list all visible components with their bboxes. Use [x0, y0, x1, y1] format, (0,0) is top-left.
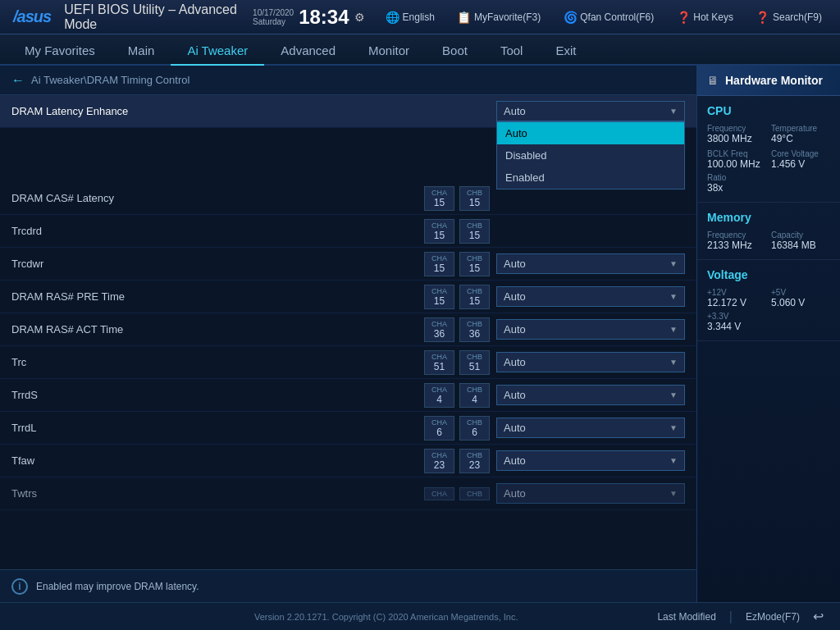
dram-ras-act-chb: CHB 36 [459, 317, 490, 342]
qfan-btn[interactable]: 🌀 Qfan Control(F6) [559, 9, 659, 25]
memory-section: Memory Frequency 2133 MHz Capacity 16384… [697, 203, 840, 260]
trrds-label: TrrdS [11, 389, 424, 401]
v5-label: +5V [771, 288, 830, 297]
trcdrd-channels: CHA 15 CHB 15 [424, 219, 490, 244]
trc-dropdown[interactable]: Auto ▼ [496, 352, 685, 372]
dram-cas-chb: CHB 15 [459, 186, 490, 211]
trrdl-label: TrrdL [11, 422, 424, 434]
footer-copyright: Version 2.20.1271. Copyright (C) 2020 Am… [115, 612, 657, 622]
search-btn[interactable]: ❓ Search(F9) [751, 9, 827, 25]
breadcrumb-text: Ai Tweaker\DRAM Timing Control [31, 74, 189, 86]
tab-my-favorites[interactable]: My Favorites [8, 37, 112, 66]
tfaw-label: Tfaw [11, 454, 424, 467]
dropdown-option-auto[interactable]: Auto [497, 122, 684, 144]
dram-ras-pre-cha: CHA 15 [424, 285, 454, 309]
info-icon: i [11, 578, 28, 595]
twtrs-label: Twtrs [11, 487, 424, 500]
memory-capacity-value: 16384 MB [771, 240, 830, 251]
trcdwr-cha: CHA 15 [424, 252, 454, 276]
hw-monitor-header: 🖥 Hardware Monitor [697, 66, 840, 96]
trcdwr-channels: CHA 15 CHB 15 [424, 252, 490, 276]
globe-icon: 🌐 [386, 11, 399, 24]
dropdown-option-disabled[interactable]: Disabled [497, 144, 684, 167]
cpu-temperature-value: 49°C [771, 133, 830, 144]
core-voltage-item: Core Voltage 1.456 V [771, 149, 830, 170]
tab-ai-tweaker[interactable]: Ai Tweaker [171, 37, 264, 66]
hardware-monitor-panel: 🖥 Hardware Monitor CPU Frequency 3800 MH… [696, 66, 840, 602]
trrds-row[interactable]: TrrdS CHA 4 CHB 4 Auto ▼ [0, 379, 696, 412]
voltage-grid: +12V 12.172 V +5V 5.060 V [707, 288, 830, 308]
memory-frequency-label: Frequency [707, 231, 766, 240]
memory-capacity-label: Capacity [771, 231, 830, 240]
bclk-freq-value: 100.00 MHz [707, 158, 766, 170]
memory-frequency-item: Frequency 2133 MHz [707, 231, 766, 251]
v12-label: +12V [707, 288, 766, 297]
dram-ras-act-arrow: ▼ [669, 325, 678, 334]
memory-section-title: Memory [707, 211, 830, 224]
dram-ras-pre-channels: CHA 15 CHB 15 [424, 285, 490, 309]
dram-latency-row[interactable]: DRAM Latency Enhance Auto ▼ Auto Disable… [0, 95, 696, 128]
bclk-freq-item: BCLK Freq 100.00 MHz [707, 149, 766, 170]
trcdwr-label: Trcdwr [11, 258, 424, 270]
cpu-temperature-item: Temperature 49°C [771, 124, 830, 144]
trc-row[interactable]: Trc CHA 51 CHB 51 Auto ▼ [0, 346, 696, 379]
twtrs-row[interactable]: Twtrs CHA CHB Auto ▼ [0, 477, 696, 510]
trcdwr-dropdown[interactable]: Auto ▼ [496, 253, 685, 274]
tab-monitor[interactable]: Monitor [352, 37, 426, 66]
cpu-frequency-item: Frequency 3800 MHz [707, 124, 766, 144]
tab-tool[interactable]: Tool [484, 37, 540, 66]
fan-icon: 🌀 [564, 11, 577, 24]
dropdown-arrow-icon: ▼ [669, 107, 678, 116]
v33-label: +3.3V [707, 312, 830, 321]
trc-cha: CHA 51 [424, 350, 454, 375]
search-label: Search(F9) [773, 11, 822, 23]
twtrs-dropdown[interactable]: Auto ▼ [496, 483, 685, 504]
dram-ras-act-row[interactable]: DRAM RAS# ACT Time CHA 36 CHB 36 Auto [0, 313, 696, 346]
cpu-frequency-value: 3800 MHz [707, 133, 766, 144]
breadcrumb-arrow[interactable]: ← [11, 73, 25, 88]
twtrs-arrow: ▼ [669, 489, 678, 498]
cpu-frequency-label: Frequency [707, 124, 766, 133]
core-voltage-label: Core Voltage [771, 149, 830, 158]
dram-ras-act-dropdown[interactable]: Auto ▼ [496, 319, 685, 340]
trrds-dropdown[interactable]: Auto ▼ [496, 385, 685, 405]
dram-ras-pre-row[interactable]: DRAM RAS# PRE Time CHA 15 CHB 15 Auto [0, 281, 696, 313]
dram-latency-dropdown[interactable]: Auto ▼ [496, 101, 685, 121]
tfaw-arrow: ▼ [669, 456, 678, 465]
trcdwr-row[interactable]: Trcdwr CHA 15 CHB 15 Auto ▼ [0, 248, 696, 281]
header-date-value: 10/17/2020 [253, 8, 294, 17]
english-btn[interactable]: 🌐 English [381, 9, 440, 25]
twtrs-cha: CHA [424, 487, 454, 500]
trrdl-dropdown[interactable]: Auto ▼ [496, 418, 685, 438]
trcdrd-row[interactable]: Trcdrd CHA 15 CHB 15 [0, 215, 696, 248]
hotkeys-label: Hot Keys [693, 11, 733, 23]
myfavorite-btn[interactable]: 📋 MyFavorite(F3) [453, 9, 546, 25]
dram-ras-pre-dropdown[interactable]: Auto ▼ [496, 286, 685, 307]
cpu-section: CPU Frequency 3800 MHz Temperature 49°C … [697, 96, 840, 203]
ez-mode-btn[interactable]: EzMode(F7) [746, 611, 800, 623]
trrdl-chb: CHB 6 [459, 416, 490, 441]
trrdl-channels: CHA 6 CHB 6 [424, 416, 490, 441]
tab-boot[interactable]: Boot [426, 37, 484, 66]
tab-advanced[interactable]: Advanced [264, 37, 352, 66]
trrdl-row[interactable]: TrrdL CHA 6 CHB 6 Auto ▼ [0, 412, 696, 445]
tfaw-row[interactable]: Tfaw CHA 23 CHB 23 Auto ▼ [0, 445, 696, 477]
dram-cas-channels: CHA 15 CHB 15 [424, 186, 490, 211]
myfavorite-label: MyFavorite(F3) [474, 11, 541, 23]
settings-icon[interactable]: ⚙ [354, 11, 365, 24]
memory-capacity-item: Capacity 16384 MB [771, 231, 830, 251]
cpu-grid: Frequency 3800 MHz Temperature 49°C BCLK… [707, 124, 830, 170]
dram-ras-pre-arrow: ▼ [669, 292, 678, 301]
tab-main[interactable]: Main [112, 37, 171, 66]
twtrs-channels: CHA CHB [424, 487, 490, 500]
trcdwr-chb: CHB 15 [459, 252, 490, 276]
tfaw-dropdown[interactable]: Auto ▼ [496, 450, 685, 471]
last-modified-btn[interactable]: Last Modified [657, 611, 715, 623]
trcdrd-label: Trcdrd [11, 225, 424, 237]
dropdown-option-enabled[interactable]: Enabled [497, 167, 684, 189]
trc-chb: CHB 51 [459, 350, 490, 375]
cpu-temperature-label: Temperature [771, 124, 830, 133]
tab-exit[interactable]: Exit [539, 37, 592, 66]
nav-tabs: My Favorites Main Ai Tweaker Advanced Mo… [0, 34, 840, 66]
hotkeys-btn[interactable]: ❓ Hot Keys [672, 9, 738, 25]
